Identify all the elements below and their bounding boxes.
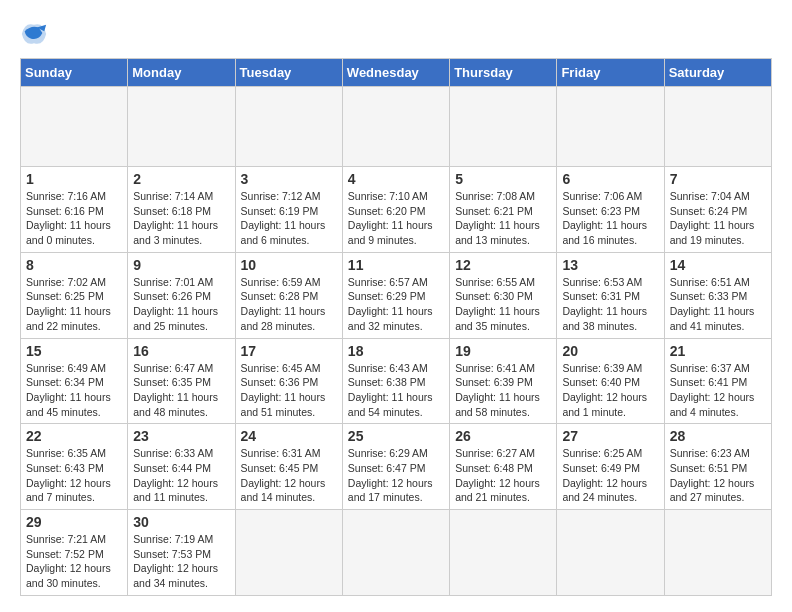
calendar-cell: 2Sunrise: 7:14 AMSunset: 6:18 PMDaylight… xyxy=(128,167,235,253)
calendar-cell xyxy=(235,510,342,596)
calendar-cell: 13Sunrise: 6:53 AMSunset: 6:31 PMDayligh… xyxy=(557,252,664,338)
calendar-cell: 12Sunrise: 6:55 AMSunset: 6:30 PMDayligh… xyxy=(450,252,557,338)
day-number: 4 xyxy=(348,171,444,187)
cell-details: Sunrise: 7:12 AMSunset: 6:19 PMDaylight:… xyxy=(241,189,337,248)
calendar-cell xyxy=(342,87,449,167)
calendar-cell xyxy=(128,87,235,167)
cell-details: Sunrise: 6:41 AMSunset: 6:39 PMDaylight:… xyxy=(455,361,551,420)
day-number: 27 xyxy=(562,428,658,444)
calendar-cell: 27Sunrise: 6:25 AMSunset: 6:49 PMDayligh… xyxy=(557,424,664,510)
column-header-saturday: Saturday xyxy=(664,59,771,87)
calendar-cell: 7Sunrise: 7:04 AMSunset: 6:24 PMDaylight… xyxy=(664,167,771,253)
calendar-cell: 21Sunrise: 6:37 AMSunset: 6:41 PMDayligh… xyxy=(664,338,771,424)
day-number: 17 xyxy=(241,343,337,359)
day-number: 22 xyxy=(26,428,122,444)
cell-details: Sunrise: 6:25 AMSunset: 6:49 PMDaylight:… xyxy=(562,446,658,505)
day-number: 9 xyxy=(133,257,229,273)
calendar-cell xyxy=(450,510,557,596)
day-number: 6 xyxy=(562,171,658,187)
calendar-cell xyxy=(664,87,771,167)
day-number: 21 xyxy=(670,343,766,359)
day-number: 8 xyxy=(26,257,122,273)
calendar-cell xyxy=(557,510,664,596)
column-header-monday: Monday xyxy=(128,59,235,87)
calendar-cell xyxy=(557,87,664,167)
calendar-week-3: 8Sunrise: 7:02 AMSunset: 6:25 PMDaylight… xyxy=(21,252,772,338)
calendar-week-5: 22Sunrise: 6:35 AMSunset: 6:43 PMDayligh… xyxy=(21,424,772,510)
cell-details: Sunrise: 7:02 AMSunset: 6:25 PMDaylight:… xyxy=(26,275,122,334)
cell-details: Sunrise: 7:06 AMSunset: 6:23 PMDaylight:… xyxy=(562,189,658,248)
calendar-cell: 4Sunrise: 7:10 AMSunset: 6:20 PMDaylight… xyxy=(342,167,449,253)
column-header-wednesday: Wednesday xyxy=(342,59,449,87)
calendar-cell xyxy=(235,87,342,167)
cell-details: Sunrise: 7:14 AMSunset: 6:18 PMDaylight:… xyxy=(133,189,229,248)
logo xyxy=(20,20,52,48)
cell-details: Sunrise: 7:08 AMSunset: 6:21 PMDaylight:… xyxy=(455,189,551,248)
calendar-table: SundayMondayTuesdayWednesdayThursdayFrid… xyxy=(20,58,772,596)
calendar-cell: 25Sunrise: 6:29 AMSunset: 6:47 PMDayligh… xyxy=(342,424,449,510)
column-header-friday: Friday xyxy=(557,59,664,87)
day-number: 18 xyxy=(348,343,444,359)
column-header-thursday: Thursday xyxy=(450,59,557,87)
cell-details: Sunrise: 6:39 AMSunset: 6:40 PMDaylight:… xyxy=(562,361,658,420)
day-number: 10 xyxy=(241,257,337,273)
calendar-cell: 29Sunrise: 7:21 AMSunset: 7:52 PMDayligh… xyxy=(21,510,128,596)
calendar-cell: 6Sunrise: 7:06 AMSunset: 6:23 PMDaylight… xyxy=(557,167,664,253)
day-number: 29 xyxy=(26,514,122,530)
day-number: 23 xyxy=(133,428,229,444)
day-number: 12 xyxy=(455,257,551,273)
day-number: 13 xyxy=(562,257,658,273)
calendar-cell: 20Sunrise: 6:39 AMSunset: 6:40 PMDayligh… xyxy=(557,338,664,424)
day-number: 15 xyxy=(26,343,122,359)
cell-details: Sunrise: 6:27 AMSunset: 6:48 PMDaylight:… xyxy=(455,446,551,505)
calendar-cell: 16Sunrise: 6:47 AMSunset: 6:35 PMDayligh… xyxy=(128,338,235,424)
day-number: 14 xyxy=(670,257,766,273)
logo-icon xyxy=(20,20,48,48)
cell-details: Sunrise: 6:43 AMSunset: 6:38 PMDaylight:… xyxy=(348,361,444,420)
cell-details: Sunrise: 6:29 AMSunset: 6:47 PMDaylight:… xyxy=(348,446,444,505)
calendar-cell xyxy=(342,510,449,596)
column-header-sunday: Sunday xyxy=(21,59,128,87)
cell-details: Sunrise: 6:59 AMSunset: 6:28 PMDaylight:… xyxy=(241,275,337,334)
calendar-header-row: SundayMondayTuesdayWednesdayThursdayFrid… xyxy=(21,59,772,87)
calendar-cell: 24Sunrise: 6:31 AMSunset: 6:45 PMDayligh… xyxy=(235,424,342,510)
calendar-cell: 23Sunrise: 6:33 AMSunset: 6:44 PMDayligh… xyxy=(128,424,235,510)
cell-details: Sunrise: 6:23 AMSunset: 6:51 PMDaylight:… xyxy=(670,446,766,505)
calendar-cell xyxy=(664,510,771,596)
calendar-cell: 11Sunrise: 6:57 AMSunset: 6:29 PMDayligh… xyxy=(342,252,449,338)
cell-details: Sunrise: 6:49 AMSunset: 6:34 PMDaylight:… xyxy=(26,361,122,420)
calendar-cell: 18Sunrise: 6:43 AMSunset: 6:38 PMDayligh… xyxy=(342,338,449,424)
day-number: 5 xyxy=(455,171,551,187)
calendar-cell: 9Sunrise: 7:01 AMSunset: 6:26 PMDaylight… xyxy=(128,252,235,338)
day-number: 28 xyxy=(670,428,766,444)
calendar-week-4: 15Sunrise: 6:49 AMSunset: 6:34 PMDayligh… xyxy=(21,338,772,424)
day-number: 11 xyxy=(348,257,444,273)
calendar-week-6: 29Sunrise: 7:21 AMSunset: 7:52 PMDayligh… xyxy=(21,510,772,596)
cell-details: Sunrise: 6:45 AMSunset: 6:36 PMDaylight:… xyxy=(241,361,337,420)
cell-details: Sunrise: 6:55 AMSunset: 6:30 PMDaylight:… xyxy=(455,275,551,334)
day-number: 2 xyxy=(133,171,229,187)
calendar-week-2: 1Sunrise: 7:16 AMSunset: 6:16 PMDaylight… xyxy=(21,167,772,253)
day-number: 3 xyxy=(241,171,337,187)
calendar-cell: 15Sunrise: 6:49 AMSunset: 6:34 PMDayligh… xyxy=(21,338,128,424)
day-number: 30 xyxy=(133,514,229,530)
day-number: 19 xyxy=(455,343,551,359)
page-header xyxy=(20,20,772,48)
cell-details: Sunrise: 6:51 AMSunset: 6:33 PMDaylight:… xyxy=(670,275,766,334)
cell-details: Sunrise: 7:16 AMSunset: 6:16 PMDaylight:… xyxy=(26,189,122,248)
calendar-week-1 xyxy=(21,87,772,167)
calendar-cell: 8Sunrise: 7:02 AMSunset: 6:25 PMDaylight… xyxy=(21,252,128,338)
cell-details: Sunrise: 6:31 AMSunset: 6:45 PMDaylight:… xyxy=(241,446,337,505)
calendar-cell: 28Sunrise: 6:23 AMSunset: 6:51 PMDayligh… xyxy=(664,424,771,510)
day-number: 24 xyxy=(241,428,337,444)
calendar-cell xyxy=(450,87,557,167)
day-number: 25 xyxy=(348,428,444,444)
day-number: 16 xyxy=(133,343,229,359)
calendar-cell: 17Sunrise: 6:45 AMSunset: 6:36 PMDayligh… xyxy=(235,338,342,424)
cell-details: Sunrise: 6:33 AMSunset: 6:44 PMDaylight:… xyxy=(133,446,229,505)
cell-details: Sunrise: 6:37 AMSunset: 6:41 PMDaylight:… xyxy=(670,361,766,420)
calendar-cell: 5Sunrise: 7:08 AMSunset: 6:21 PMDaylight… xyxy=(450,167,557,253)
calendar-cell: 10Sunrise: 6:59 AMSunset: 6:28 PMDayligh… xyxy=(235,252,342,338)
calendar-cell xyxy=(21,87,128,167)
day-number: 1 xyxy=(26,171,122,187)
